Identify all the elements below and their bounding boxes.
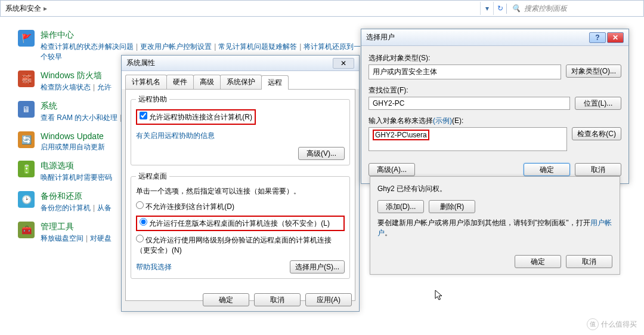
allow-remote-assist-checkbox[interactable]: 允许远程协助连接这台计算机(R) [140,113,252,121]
category-link[interactable]: 常见计算机问题疑难解答 [218,42,297,51]
dialog-title: 系统属性 [126,58,155,68]
breadcrumb[interactable]: 系统和安全 ▸ [1,4,480,14]
category-title[interactable]: 操作中心 [41,30,364,41]
dropdown-icon[interactable]: ▾ [480,2,493,15]
category-icon: 🔋 [18,161,35,177]
cursor-icon [435,290,444,302]
category-icon: 🧱 [18,70,35,87]
help-icon[interactable]: ? [589,32,606,43]
category-title[interactable]: Windows Update [41,131,105,141]
watermark: 值 什么值得买 [587,318,637,330]
tab-3[interactable]: 系统保护 [220,75,262,89]
category-link[interactable]: 检查防火墙状态 [41,83,91,91]
hint-text: 要创建新用户帐户或将用户添加到其他组，请转到"控制面板"，打开用户帐户。 [377,218,612,238]
search-input[interactable]: 🔍 搜索控制面板 [506,4,643,14]
location-field[interactable]: GHY2-PC [369,97,570,110]
object-type-button[interactable]: 对象类型(O)... [566,64,621,78]
refresh-icon[interactable]: ↻ [493,2,506,15]
category-title[interactable]: 管理工具 [41,222,112,232]
category-link[interactable]: 对硬盘 [90,234,112,242]
object-type-label: 选择此对象类型(S): [369,53,621,63]
category-icon: 🔄 [18,131,35,148]
category-title[interactable]: 备份和还原 [41,191,112,202]
search-placeholder: 搜索控制面板 [524,4,567,14]
advanced-button[interactable]: 高级(A)... [369,163,415,176]
remote-users-panel: Ghy2 已经有访问权。 添加(D)... 删除(R) 要创建新用户帐户或将用户… [370,176,620,275]
tab-strip: 计算机名硬件高级系统保护远程 [122,71,359,89]
category-icon: 🚩 [18,30,35,47]
cancel-button[interactable]: 取消 [575,163,621,176]
category-links: 检查防火墙状态|允许 [41,82,112,93]
object-name-input[interactable]: GHY2-PC\usera [369,127,567,151]
category-icon: 🖥 [18,101,35,118]
category-link[interactable]: 检查计算机的状态并解决问题 [41,42,134,51]
highlight-box: 允许运行任意版本远程桌面的计算机连接（较不安全）(L) [136,216,345,231]
category-icon: 🧰 [18,222,35,238]
remote-assist-legend: 远程协助 [136,94,169,105]
add-button[interactable]: 添加(D)... [377,200,424,213]
category-link[interactable]: 更改用户帐户控制设置 [140,42,212,51]
apply-button[interactable]: 应用(A) [305,293,352,306]
remote-desktop-legend: 远程桌面 [136,171,169,182]
close-icon[interactable]: ✕ [333,58,354,69]
opt-allow-any[interactable]: 允许运行任意版本远程桌面的计算机连接（较不安全）(L) [140,219,330,228]
checkbox-input[interactable] [140,112,147,119]
opt-allow-nla[interactable]: 仅允许运行使用网络级别身份验证的远程桌面的计算机连接（更安全）(N) [136,236,332,254]
tab-1[interactable]: 硬件 [166,75,194,89]
remote-assist-group: 远程协助 允许远程协助连接这台计算机(R) 有关启用远程协助的信息 高级(V).… [131,94,350,165]
address-bar: 系统和安全 ▸ ▾ ↻ 🔍 搜索控制面板 [0,0,644,17]
system-properties-dialog: 系统属性 ✕ 计算机名硬件高级系统保护远程 远程协助 允许远程协助连接这台计算机… [121,55,360,312]
object-type-field[interactable]: 用户或内置安全主体 [369,64,561,79]
category-link[interactable]: 备份您的计算机 [41,204,91,212]
tab-0[interactable]: 计算机名 [125,75,167,89]
category-links: 备份您的计算机|从备 [41,203,112,213]
category-links: 释放磁盘空间|对硬盘 [41,233,112,244]
watermark-icon: 值 [587,318,599,330]
category-link[interactable]: 唤醒计算机时需要密码 [41,173,112,182]
select-user-dialog: 选择用户 ? ✕ 选择此对象类型(S): 用户或内置安全主体 对象类型(O)..… [361,29,629,184]
cancel-button[interactable]: 取消 [254,293,301,306]
breadcrumb-text: 系统和安全 [5,4,41,14]
location-label: 查找位置(F): [369,85,621,96]
object-name-label: 输入对象名称来选择(示例)(E): [369,116,621,126]
access-text: Ghy2 已经有访问权。 [377,184,612,194]
ok-button[interactable]: 确定 [203,293,249,306]
dialog-title: 选择用户 [366,32,395,42]
category-title[interactable]: 电源选项 [41,161,112,171]
instruction-text: 单击一个选项，然后指定谁可以连接（如果需要）。 [136,186,345,196]
category-link[interactable]: 查看 RAM 的大小和处理 [41,113,117,122]
advanced-button[interactable]: 高级(V)... [298,147,345,160]
remote-assist-info-link[interactable]: 有关启用远程协助的信息 [136,131,215,140]
highlight-box: 允许远程协助连接这台计算机(R) [136,109,256,125]
category-link[interactable]: 释放磁盘空间 [41,234,83,242]
ok-button[interactable]: 确定 [515,255,561,268]
select-users-button[interactable]: 选择用户(S)... [290,260,345,273]
dialog-titlebar[interactable]: 系统属性 ✕ [122,56,359,71]
tab-2[interactable]: 高级 [193,75,221,89]
help-choose-link[interactable]: 帮助我选择 [136,262,172,272]
category-links: 唤醒计算机时需要密码 [41,173,112,183]
opt-disallow[interactable]: 不允许连接到这台计算机(D) [136,202,234,211]
watermark-text: 什么值得买 [601,319,637,330]
category-icon: 🕑 [18,191,35,208]
category-link[interactable]: 启用或禁用自动更新 [41,143,105,151]
category-link[interactable]: 允许 [97,83,112,91]
category-links: 启用或禁用自动更新 [41,142,105,152]
search-icon: 🔍 [512,4,521,13]
chevron-right-icon: ▸ [44,4,47,13]
ok-button[interactable]: 确定 [524,163,570,176]
highlight-box: GHY2-PC\usera [373,130,429,140]
dialog-titlebar[interactable]: 选择用户 ? ✕ [361,29,628,46]
remove-button[interactable]: 删除(R) [429,200,475,213]
location-button[interactable]: 位置(L)... [575,97,621,110]
category-link[interactable]: 从备 [97,204,112,212]
remote-desktop-group: 远程桌面 单击一个选项，然后指定谁可以连接（如果需要）。 不允许连接到这台计算机… [131,171,350,279]
check-names-button[interactable]: 检查名称(C) [572,127,621,140]
category-title[interactable]: Windows 防火墙 [41,70,112,81]
tab-4[interactable]: 远程 [261,75,289,90]
cancel-button[interactable]: 取消 [566,255,612,268]
close-icon[interactable]: ✕ [607,32,624,43]
